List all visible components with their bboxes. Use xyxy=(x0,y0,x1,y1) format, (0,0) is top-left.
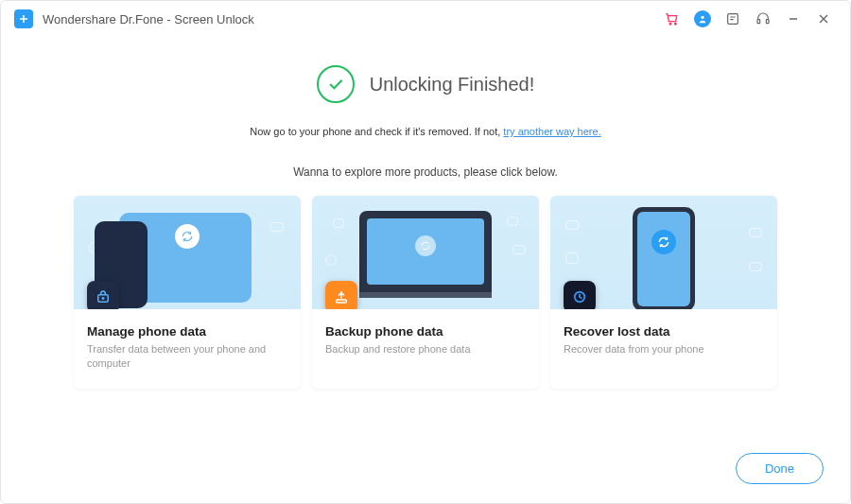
close-button[interactable] xyxy=(810,6,837,32)
main-content: Unlocking Finished! Now go to your phone… xyxy=(1,37,850,389)
minimize-button[interactable] xyxy=(780,6,807,32)
card-desc: Transfer data between your phone and com… xyxy=(87,342,287,372)
try-another-way-link[interactable]: try another way here. xyxy=(503,126,600,137)
svg-point-1 xyxy=(675,24,677,26)
card-title: Recover lost data xyxy=(564,324,764,339)
svg-rect-3 xyxy=(728,14,738,25)
svg-point-2 xyxy=(701,16,703,19)
explore-text: Wanna to explore more products, please c… xyxy=(1,165,850,179)
card-title: Backup phone data xyxy=(325,324,526,339)
cart-icon[interactable] xyxy=(659,6,686,32)
status-subtext: Now go to your phone and check if it's r… xyxy=(1,126,850,137)
card-recover-lost-data[interactable]: Recover lost data Recover data from your… xyxy=(550,196,777,389)
manage-badge-icon xyxy=(87,281,119,309)
support-icon[interactable] xyxy=(750,6,776,32)
titlebar: Wondershare Dr.Fone - Screen Unlock xyxy=(1,1,850,37)
svg-point-0 xyxy=(669,24,671,26)
svg-rect-7 xyxy=(337,300,347,303)
done-button[interactable]: Done xyxy=(736,453,824,484)
success-check-icon xyxy=(317,65,355,103)
status-sub-prefix: Now go to your phone and check if it's r… xyxy=(250,126,503,137)
card-title: Manage phone data xyxy=(87,324,287,339)
recover-badge-icon xyxy=(564,281,596,309)
card-desc: Backup and restore phone data xyxy=(325,342,526,356)
card-backup-phone-data[interactable]: Backup phone data Backup and restore pho… xyxy=(312,196,539,389)
svg-rect-5 xyxy=(766,20,769,24)
card-illustration xyxy=(74,196,301,309)
footer: Done xyxy=(736,453,824,484)
card-illustration xyxy=(312,196,539,309)
backup-badge-icon xyxy=(325,281,357,309)
card-desc: Recover data from your phone xyxy=(564,342,764,356)
svg-rect-4 xyxy=(757,20,760,24)
card-manage-phone-data[interactable]: Manage phone data Transfer data between … xyxy=(74,196,301,389)
app-title: Wondershare Dr.Fone - Screen Unlock xyxy=(43,12,254,26)
status-title: Unlocking Finished! xyxy=(370,74,535,96)
feedback-icon[interactable] xyxy=(720,6,746,32)
card-illustration xyxy=(550,196,777,309)
status-row: Unlocking Finished! xyxy=(1,65,850,103)
account-icon[interactable] xyxy=(689,6,716,32)
app-logo xyxy=(14,9,33,28)
product-cards: Manage phone data Transfer data between … xyxy=(1,196,850,389)
